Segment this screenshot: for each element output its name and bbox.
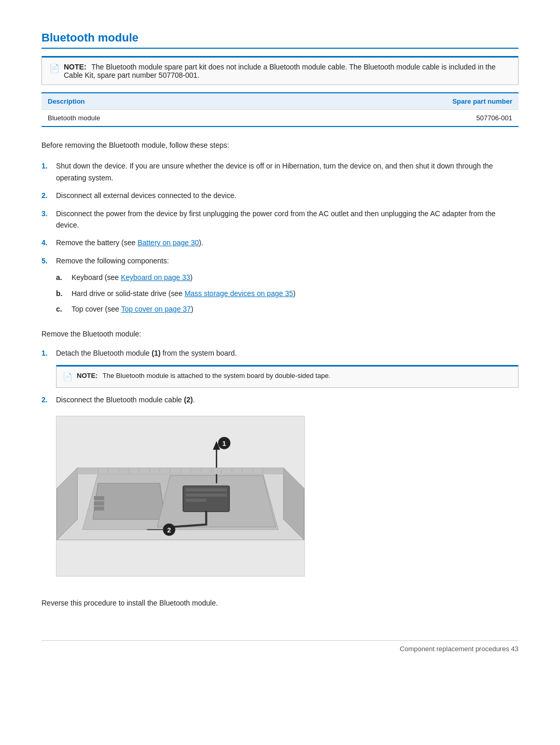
- sub-step-link[interactable]: Top cover on page 37: [121, 305, 191, 313]
- page-title: Bluetooth module: [41, 31, 519, 49]
- remove-step-number: 2.: [41, 394, 56, 405]
- note-inline: 📄 NOTE: The Bluetooth module is attached…: [56, 365, 519, 388]
- step-content: Disconnect the power from the device by …: [56, 208, 519, 231]
- sub-step-content: Hard drive or solid-state drive (see Mas…: [72, 288, 296, 299]
- step-number: 1.: [41, 160, 56, 172]
- remove-step: 2.Disconnect the Bluetooth module cable …: [41, 394, 519, 405]
- note-text-inline: The Bluetooth module is attached to the …: [103, 372, 330, 379]
- sub-step-label: c.: [56, 303, 72, 315]
- prereq-step: 4.Remove the battery (see Battery on pag…: [41, 237, 519, 248]
- col-part-number-header: Spare part number: [267, 93, 519, 110]
- svg-text:2: 2: [167, 526, 171, 534]
- svg-rect-14: [186, 499, 206, 502]
- prereq-step: 2.Disconnect all external devices connec…: [41, 190, 519, 201]
- step-bold: (1): [151, 349, 160, 357]
- step-link[interactable]: Battery on page 30: [137, 238, 199, 247]
- note-icon-top: 📄: [49, 63, 60, 73]
- step-content: Shut down the device. If you are unsure …: [56, 160, 519, 184]
- step-content: Disconnect all external devices connecte…: [56, 190, 236, 201]
- prereq-step: 5.Remove the following components:a.Keyb…: [41, 255, 519, 319]
- page-footer: Component replacement procedures 43: [41, 640, 519, 653]
- sub-step-label: a.: [56, 272, 72, 283]
- svg-rect-8: [94, 501, 104, 505]
- table-header-row: Description Spare part number: [41, 93, 519, 110]
- sub-steps-list: a.Keyboard (see Keyboard on page 33)b.Ha…: [56, 272, 296, 315]
- svg-rect-13: [186, 494, 227, 497]
- remove-section-header: Remove the Bluetooth module:: [41, 328, 519, 340]
- svg-text:1: 1: [222, 440, 226, 447]
- step-number: 3.: [41, 208, 56, 219]
- note-label-inline: NOTE:: [77, 372, 97, 379]
- cell-part-number: 507706-001: [267, 110, 519, 127]
- footer-text: Component replacement procedures 43: [400, 645, 519, 653]
- cell-description: Bluetooth module: [41, 110, 267, 127]
- parts-table: Description Spare part number Bluetooth …: [41, 92, 519, 127]
- intro-text: Before removing the Bluetooth module, fo…: [41, 139, 519, 151]
- table-row: Bluetooth module 507706-001: [41, 110, 519, 127]
- prereq-step: 3.Disconnect the power from the device b…: [41, 208, 519, 231]
- note-text-top: The Bluetooth module spare part kit does…: [64, 63, 496, 79]
- sub-step: c.Top cover (see Top cover on page 37): [56, 303, 296, 315]
- step-content: Remove the following components:a.Keyboa…: [56, 255, 296, 319]
- prereq-step: 1.Shut down the device. If you are unsur…: [41, 160, 519, 184]
- prereq-steps-list: 1.Shut down the device. If you are unsur…: [41, 160, 519, 319]
- remove-step-content: Disconnect the Bluetooth module cable (2…: [56, 394, 195, 405]
- sub-step-link[interactable]: Keyboard on page 33: [121, 273, 190, 282]
- note-icon-inline: 📄: [63, 371, 73, 383]
- remove-step-content: Detach the Bluetooth module (1) from the…: [56, 347, 237, 359]
- step-content: Remove the battery (see Battery on page …: [56, 237, 203, 248]
- diagram-image: 1 2: [56, 416, 305, 577]
- svg-marker-6: [93, 484, 165, 520]
- sub-step-content: Keyboard (see Keyboard on page 33): [72, 272, 193, 283]
- sub-step: b.Hard drive or solid-state drive (see M…: [56, 288, 296, 299]
- note-inline-item: 📄 NOTE: The Bluetooth module is attached…: [41, 365, 519, 388]
- step-number: 2.: [41, 190, 56, 201]
- col-description-header: Description: [41, 93, 267, 110]
- step-number: 4.: [41, 237, 56, 248]
- conclusion-text: Reverse this procedure to install the Bl…: [41, 597, 519, 609]
- sub-step: a.Keyboard (see Keyboard on page 33): [56, 272, 296, 283]
- remove-steps-list: 1.Detach the Bluetooth module (1) from t…: [41, 347, 519, 406]
- step-bold: (2): [184, 396, 193, 404]
- sub-step-link[interactable]: Mass storage devices on page 35: [185, 289, 293, 298]
- remove-step-number: 1.: [41, 347, 56, 359]
- svg-rect-12: [186, 489, 227, 492]
- note-box-top: 📄 NOTE: The Bluetooth module spare part …: [41, 56, 519, 85]
- svg-rect-7: [94, 496, 104, 500]
- sub-step-content: Top cover (see Top cover on page 37): [72, 303, 193, 315]
- remove-step: 1.Detach the Bluetooth module (1) from t…: [41, 347, 519, 359]
- note-label-top: NOTE:: [64, 63, 87, 71]
- step-number: 5.: [41, 255, 56, 266]
- sub-step-label: b.: [56, 288, 72, 299]
- svg-rect-9: [94, 507, 104, 511]
